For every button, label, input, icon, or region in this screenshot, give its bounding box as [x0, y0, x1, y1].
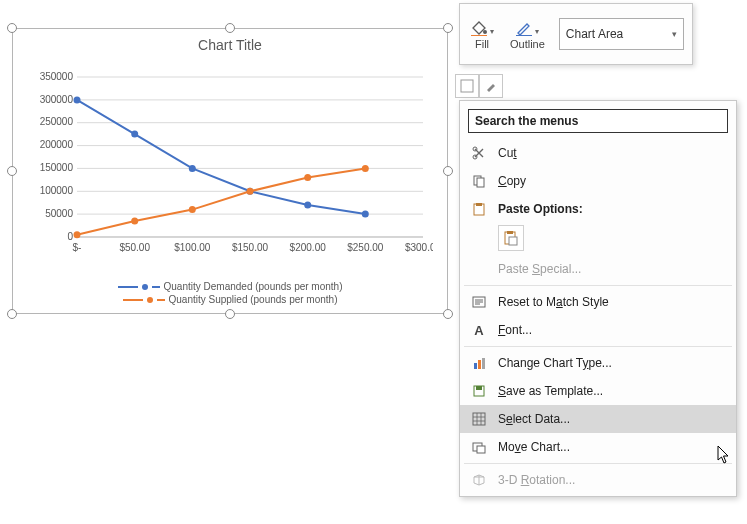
- svg-text:100000: 100000: [40, 185, 74, 196]
- legend-series-1: Quantity Demanded (pounds per month): [164, 281, 343, 292]
- fill-icon: [470, 18, 488, 36]
- menu-select-data[interactable]: Select Data...: [460, 405, 736, 433]
- svg-rect-51: [478, 360, 481, 369]
- resize-handle[interactable]: [7, 23, 17, 33]
- menu-reset-style[interactable]: Reset to Match Style: [460, 288, 736, 316]
- svg-point-24: [74, 96, 81, 103]
- resize-handle[interactable]: [7, 309, 17, 319]
- svg-point-29: [362, 211, 369, 218]
- svg-text:$100.00: $100.00: [174, 242, 211, 253]
- outline-button[interactable]: ▾ Outline: [506, 8, 549, 60]
- svg-point-30: [74, 231, 81, 238]
- chart-legend: Quantity Demanded (pounds per month) Qua…: [13, 279, 447, 305]
- legend-series-2: Quantity Supplied (pounds per month): [169, 294, 338, 305]
- menu-search-input[interactable]: Search the menus: [468, 109, 728, 133]
- svg-rect-39: [461, 80, 473, 92]
- svg-rect-43: [477, 178, 484, 187]
- move-chart-icon: [470, 438, 488, 456]
- svg-text:250000: 250000: [40, 116, 74, 127]
- svg-point-33: [247, 188, 254, 195]
- svg-rect-38: [516, 35, 532, 36]
- svg-point-36: [483, 30, 487, 34]
- svg-text:200000: 200000: [40, 139, 74, 150]
- svg-point-31: [131, 218, 138, 225]
- svg-point-26: [189, 165, 196, 172]
- menu-font[interactable]: A Font...: [460, 316, 736, 344]
- svg-point-28: [304, 202, 311, 209]
- resize-handle[interactable]: [7, 166, 17, 176]
- outline-label: Outline: [510, 38, 545, 50]
- mini-toolbar: ▾ Fill ▾ Outline Chart Area ▾: [459, 3, 693, 65]
- chart-element-selector-value: Chart Area: [566, 27, 623, 41]
- menu-paste-special: Paste Special...: [460, 255, 736, 283]
- chevron-down-icon: ▾: [672, 29, 677, 39]
- style-buttons: [455, 74, 503, 98]
- svg-text:150000: 150000: [40, 162, 74, 173]
- svg-text:$50.00: $50.00: [119, 242, 150, 253]
- svg-rect-47: [507, 231, 513, 234]
- menu-3d-rotation: 3-D Rotation...: [460, 466, 736, 494]
- svg-text:0: 0: [67, 231, 73, 242]
- menu-cut[interactable]: Cut: [460, 139, 736, 167]
- styles-icon: [460, 79, 474, 93]
- menu-move-chart[interactable]: Move Chart...: [460, 433, 736, 461]
- select-data-icon: [470, 410, 488, 428]
- svg-rect-55: [473, 413, 485, 425]
- resize-handle[interactable]: [443, 166, 453, 176]
- svg-rect-52: [482, 358, 485, 369]
- chart-object[interactable]: Chart Title 0 50000 100000 150000 200000…: [12, 28, 448, 314]
- svg-point-35: [362, 165, 369, 172]
- svg-text:300000: 300000: [40, 94, 74, 105]
- svg-rect-50: [474, 363, 477, 369]
- font-icon: A: [470, 321, 488, 339]
- fill-label: Fill: [475, 38, 489, 50]
- svg-text:350000: 350000: [40, 71, 74, 82]
- svg-rect-45: [476, 203, 482, 206]
- rotation-icon: [470, 471, 488, 489]
- copy-icon: [470, 172, 488, 190]
- resize-handle[interactable]: [225, 309, 235, 319]
- reset-icon: [470, 293, 488, 311]
- outline-icon: [515, 18, 533, 36]
- menu-copy[interactable]: Copy: [460, 167, 736, 195]
- chart-element-selector[interactable]: Chart Area ▾: [559, 18, 684, 50]
- fill-button[interactable]: ▾ Fill: [466, 8, 498, 60]
- svg-point-32: [189, 206, 196, 213]
- menu-save-template[interactable]: Save as Template...: [460, 377, 736, 405]
- save-template-icon: [470, 382, 488, 400]
- chart-plot-area[interactable]: 0 50000 100000 150000 200000 250000 3000…: [37, 67, 433, 257]
- svg-rect-37: [471, 35, 487, 36]
- chart-type-icon: [470, 354, 488, 372]
- context-menu: Search the menus Cut Copy Paste Options:…: [459, 100, 737, 497]
- svg-text:$150.00: $150.00: [232, 242, 269, 253]
- svg-text:$300.00: $300.00: [405, 242, 433, 253]
- resize-handle[interactable]: [443, 309, 453, 319]
- menu-paste-options: Paste Options:: [460, 195, 736, 223]
- svg-rect-57: [477, 446, 485, 453]
- cut-icon: [470, 144, 488, 162]
- menu-change-chart-type[interactable]: Change Chart Type...: [460, 349, 736, 377]
- svg-rect-54: [476, 386, 482, 390]
- svg-text:50000: 50000: [45, 208, 73, 219]
- paste-option-default[interactable]: [498, 225, 524, 251]
- styles-button[interactable]: [455, 74, 479, 98]
- clipboard-icon: [503, 230, 519, 246]
- svg-text:$-: $-: [73, 242, 82, 253]
- format-paintbrush-button[interactable]: [479, 74, 503, 98]
- mouse-cursor: [717, 445, 731, 465]
- svg-text:$200.00: $200.00: [290, 242, 327, 253]
- paste-icon: [470, 200, 488, 218]
- paintbrush-icon: [484, 79, 498, 93]
- resize-handle[interactable]: [443, 23, 453, 33]
- svg-point-25: [131, 131, 138, 138]
- svg-text:$250.00: $250.00: [347, 242, 384, 253]
- resize-handle[interactable]: [225, 23, 235, 33]
- svg-rect-48: [509, 237, 517, 245]
- svg-point-34: [304, 174, 311, 181]
